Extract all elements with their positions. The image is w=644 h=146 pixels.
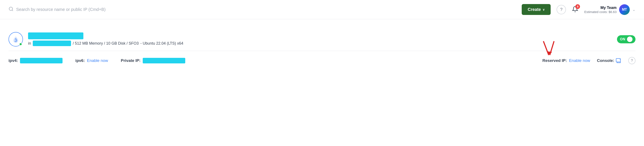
ipv4-label: ipv4: [8,58,18,63]
droplet-icon [12,35,20,43]
private-ip-item: Private IP: [121,58,185,63]
create-button[interactable]: Create ∨ [522,4,551,15]
notification-bell[interactable]: 8 [572,6,578,13]
reserved-ip-section: Reserved IP: Enable now [542,58,590,63]
help-icon: ? [560,7,562,12]
top-navigation: Search by resource name or public IP (Cm… [0,0,644,19]
ipv4-value-blurred [20,58,62,63]
svg-point-2 [14,39,16,41]
ip-row: ipv4: ipv6: Enable now Private IP: [8,51,636,70]
power-toggle[interactable]: ON [617,35,636,43]
notification-badge: 8 [575,4,580,9]
search-placeholder-text: Search by resource name or public IP (Cm… [16,7,106,12]
in-label: in [28,41,31,46]
svg-rect-7 [616,58,620,62]
ipv4-item: ipv4: [8,58,62,63]
reserved-ip-enable-link[interactable]: Enable now [569,58,590,63]
server-info: in / 512 MB Memory / 10 GB Disk / SFO3 -… [28,32,612,46]
svg-point-0 [9,7,12,11]
toggle-label: ON [620,37,625,41]
svg-marker-4 [546,51,551,55]
main-content: in / 512 MB Memory / 10 GB Disk / SFO3 -… [0,19,644,70]
chevron-down-icon: ⌄ [632,7,636,12]
console-icon [616,58,622,63]
nav-right: Create ∨ ? 8 My Team Estimated costs: $6… [522,4,636,15]
console-help-button[interactable]: ? [628,57,636,64]
server-toggle-area: ON [617,35,636,43]
console-label: Console: [597,58,614,63]
private-ip-label: Private IP: [121,58,140,63]
team-text: My Team Estimated costs: $6.63 [584,6,616,14]
svg-marker-6 [548,51,552,55]
team-info[interactable]: My Team Estimated costs: $6.63 MT ⌄ [584,4,636,15]
server-specs: / 512 MB Memory / 10 GB Disk / SFO3 [73,41,139,46]
ipv6-label: ipv6: [75,58,85,63]
create-label: Create [528,7,541,12]
search-area[interactable]: Search by resource name or public IP (Cm… [8,7,522,13]
server-meta: in / 512 MB Memory / 10 GB Disk / SFO3 -… [28,41,612,46]
ipv6-enable-link[interactable]: Enable now [87,58,108,63]
ipv6-item: ipv6: Enable now [75,58,108,63]
server-row: in / 512 MB Memory / 10 GB Disk / SFO3 -… [8,28,636,51]
search-icon [8,7,14,13]
status-dot [19,43,22,46]
server-name-blurred [28,32,83,39]
server-name-row [28,32,612,39]
svg-line-1 [12,10,13,11]
console-area[interactable]: Console: [597,58,622,63]
private-ip-value-blurred [143,58,185,63]
toggle-knob [627,37,632,42]
server-icon [8,32,23,46]
team-name: My Team [584,6,616,10]
help-button[interactable]: ? [556,5,566,14]
create-chevron-icon: ∨ [542,8,545,11]
reserved-ip-label: Reserved IP: [542,58,567,63]
avatar: MT [619,4,630,15]
reserved-ip-area: Reserved IP: Enable now [542,58,590,63]
server-project-blurred [33,41,71,46]
ip-right: Reserved IP: Enable now Console: ? [542,57,636,64]
server-os: - Ubuntu 22.04 (LTS) x64 [140,41,183,46]
team-cost: Estimated costs: $6.63 [584,10,616,14]
console-help-icon: ? [631,59,633,62]
